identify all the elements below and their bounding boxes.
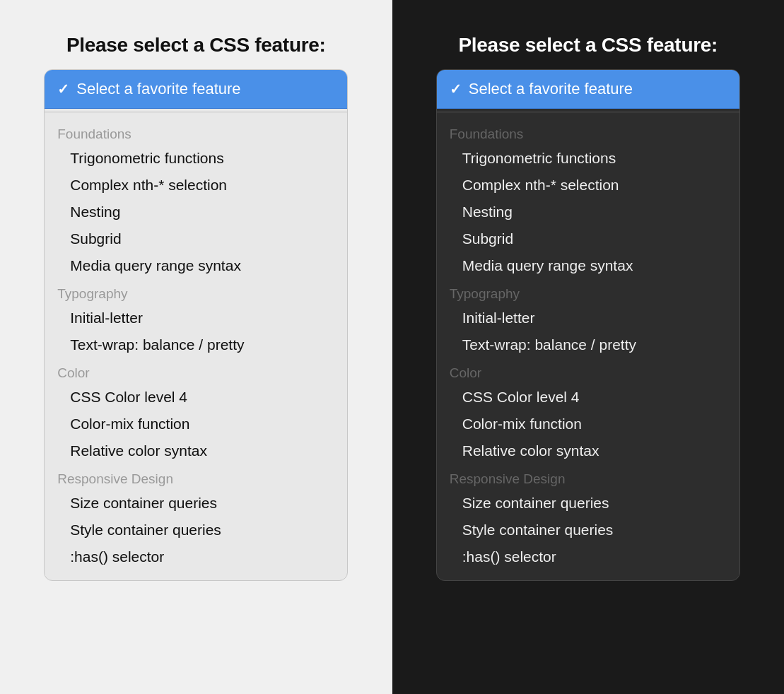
light-select-header[interactable]: ✓ Select a favorite feature — [45, 70, 347, 109]
list-item[interactable]: Subgrid — [45, 225, 347, 252]
list-item[interactable]: Color-mix function — [437, 411, 739, 437]
list-item[interactable]: Relative color syntax — [437, 437, 739, 464]
list-item[interactable]: Initial-letter — [437, 305, 739, 331]
dark-panel-title: Please select a CSS feature: — [458, 34, 718, 57]
list-item[interactable]: Style container queries — [45, 517, 347, 543]
dark-group-responsive: Responsive Design — [437, 464, 739, 490]
light-group-typography: Typography — [45, 279, 347, 305]
list-item[interactable]: Nesting — [45, 199, 347, 225]
light-select-box[interactable]: ✓ Select a favorite feature Foundations … — [44, 69, 348, 581]
list-item[interactable]: Style container queries — [437, 517, 739, 543]
list-item[interactable]: Size container queries — [437, 490, 739, 517]
list-item[interactable]: Media query range syntax — [45, 252, 347, 279]
light-group-color: Color — [45, 358, 347, 384]
light-selected-label: Select a favorite feature — [76, 80, 240, 98]
light-check-icon: ✓ — [57, 82, 69, 96]
list-item[interactable]: Relative color syntax — [45, 437, 347, 464]
dark-group-color: Color — [437, 358, 739, 384]
dark-options-list: Foundations Trigonometric functions Comp… — [437, 115, 739, 580]
light-group-responsive: Responsive Design — [45, 464, 347, 490]
dark-check-icon: ✓ — [450, 82, 462, 96]
light-divider — [45, 112, 347, 112]
list-item[interactable]: CSS Color level 4 — [45, 384, 347, 411]
light-options-list: Foundations Trigonometric functions Comp… — [45, 115, 347, 580]
dark-group-typography: Typography — [437, 279, 739, 305]
light-group-foundations: Foundations — [45, 119, 347, 145]
list-item[interactable]: Trigonometric functions — [45, 145, 347, 172]
list-item[interactable]: Trigonometric functions — [437, 145, 739, 172]
list-item[interactable]: CSS Color level 4 — [437, 384, 739, 411]
dark-select-header[interactable]: ✓ Select a favorite feature — [437, 70, 739, 109]
list-item[interactable]: Subgrid — [437, 225, 739, 252]
list-item[interactable]: Color-mix function — [45, 411, 347, 437]
list-item[interactable]: Nesting — [437, 199, 739, 225]
light-panel: Please select a CSS feature: ✓ Select a … — [0, 0, 392, 694]
list-item[interactable]: :has() selector — [437, 543, 739, 570]
list-item[interactable]: Media query range syntax — [437, 252, 739, 279]
list-item[interactable]: :has() selector — [45, 543, 347, 570]
list-item[interactable]: Complex nth-* selection — [45, 172, 347, 199]
dark-divider — [437, 112, 739, 112]
dark-select-box[interactable]: ✓ Select a favorite feature Foundations … — [436, 69, 740, 581]
dark-panel: Please select a CSS feature: ✓ Select a … — [392, 0, 785, 694]
list-item[interactable]: Initial-letter — [45, 305, 347, 331]
dark-group-foundations: Foundations — [437, 119, 739, 145]
list-item[interactable]: Text-wrap: balance / pretty — [45, 331, 347, 358]
list-item[interactable]: Size container queries — [45, 490, 347, 517]
list-item[interactable]: Text-wrap: balance / pretty — [437, 331, 739, 358]
list-item[interactable]: Complex nth-* selection — [437, 172, 739, 199]
dark-selected-label: Select a favorite feature — [469, 80, 633, 98]
light-panel-title: Please select a CSS feature: — [66, 34, 326, 57]
